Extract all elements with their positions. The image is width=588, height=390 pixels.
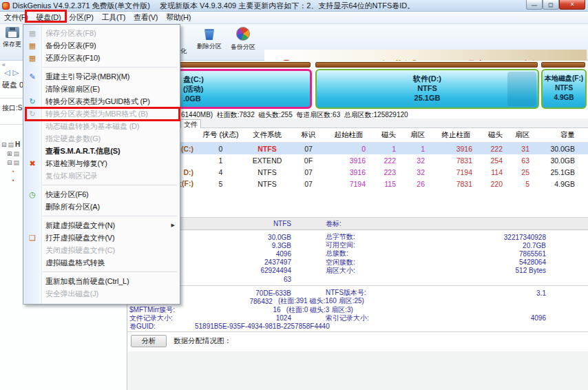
- partition-d-size: 25.1GB: [317, 93, 538, 103]
- partition-c-status: (活动): [183, 84, 204, 94]
- table-row-c[interactable]: (C:) 0 NTFS 07 0 1 1 3916 222 31 30.0GB: [127, 143, 588, 154]
- restore-button[interactable]: ▢: [543, 0, 559, 10]
- data-allocation-map-area: [128, 351, 588, 390]
- table-row-f[interactable]: 盘(F:) 5 NTFS 07 7194 115 26 7831 220 5 4…: [127, 178, 588, 189]
- layers-icon: ❏: [23, 234, 41, 243]
- menu-item-convert-to-guid[interactable]: ↻ 转换分区表类型为GUID格式 (P): [23, 95, 180, 107]
- menu-item-delete-all-partitions[interactable]: 删除所有分区(A): [23, 201, 180, 213]
- col-end-head: 磁头: [482, 130, 510, 140]
- menu-item-quick-partition[interactable]: ◷ 快速分区(F6): [23, 188, 180, 201]
- tree-item[interactable]: ▪: [12, 167, 21, 176]
- menu-view[interactable]: 查看(V): [129, 12, 162, 24]
- collapse-node-icon[interactable]: ⊟: [7, 159, 12, 166]
- analyze-row: 分析 数据分配情况图：: [131, 335, 231, 347]
- update-notice: 发现新版本 V4.9.3.409 主要更新内容如下：2、支持显示64位的NTFS…: [160, 1, 414, 11]
- col-start-cyl: 起始柱面: [322, 130, 375, 140]
- menu-bar: 文件(F) 硬盘(D) 分区(P) 工具(T) 查看(V) 帮助(H): [0, 12, 588, 24]
- divider: [127, 331, 588, 332]
- close-button[interactable]: ✕: [559, 0, 585, 10]
- partition-f-size: 4.9GB: [543, 93, 585, 103]
- disk-node-icon: ▤: [14, 159, 20, 166]
- partition-f-label: 本地磁盘(F:): [543, 74, 585, 83]
- menu-item-rebuild-mbr[interactable]: ✎ 重建主引导记录(MBR)(M): [23, 70, 180, 83]
- menu-partition[interactable]: 分区(P): [65, 12, 97, 24]
- partition-tree: ⊟ ▤ H ⊞ ▤ ⊟ ▤ ▪ ▪: [1, 140, 21, 185]
- detail-row: 文件记录大小:1024索引记录大小:4096: [127, 314, 588, 322]
- disk-icon: ▦: [23, 29, 41, 38]
- partition-cap-f: [541, 62, 585, 68]
- minimize-button[interactable]: —: [526, 0, 543, 10]
- col-start-sector: 扇区: [403, 130, 430, 140]
- app-icon: [2, 2, 10, 10]
- menu-separator: [23, 213, 180, 219]
- save-disk-icon: [6, 27, 19, 38]
- partition-node-icon: ▪: [12, 168, 14, 174]
- menu-item-safe-eject-disk: 安全弹出磁盘(J): [23, 287, 180, 300]
- tab-strip: 文件: [127, 119, 588, 128]
- disk-overview: 盘(C:) (活动) .0GB 软件(D:) NTFS 25.1GB 本地磁盘(…: [127, 61, 588, 110]
- tree-item[interactable]: ⊟ ▤: [7, 158, 21, 167]
- format-button-fragment[interactable]: 化: [180, 45, 187, 56]
- menu-item-new-virtual-disk-file[interactable]: 新建虚拟硬盘文件(N) ▶: [23, 219, 180, 232]
- menu-tools[interactable]: 工具(T): [98, 12, 130, 24]
- disk-interface-label: 接口:S: [2, 103, 22, 113]
- partition-table: 序号 (状态) 文件系统 标识 起始柱面 磁头 扇区 终止柱面 磁头 扇区 容量…: [127, 128, 588, 217]
- partition-d-fs: NTFS: [317, 83, 538, 93]
- tab-browse-files[interactable]: 文件: [180, 119, 201, 128]
- menu-item-bad-track-check-repair[interactable]: ✖ 坏道检测与修复(Y): [23, 157, 180, 170]
- collapse-node-icon[interactable]: ⊟: [1, 141, 7, 148]
- disk-nav-arrows[interactable]: ◁▷: [4, 68, 21, 77]
- repair-tools-icon: ✖: [23, 159, 41, 168]
- partition-c-label: 盘(C:): [183, 74, 204, 84]
- window-controls: — ▢ ✕: [526, 0, 585, 10]
- menu-item-reload-current-disk[interactable]: 重新加载当前硬盘(Ctrl_L): [23, 275, 180, 287]
- tree-item[interactable]: ⊞ ▤: [7, 149, 21, 158]
- delete-partition-button[interactable]: 删除分区: [197, 27, 222, 51]
- table-row-extend[interactable]: 1 EXTEND 0F 3916 222 32 7831 254 63 30.0…: [127, 154, 588, 166]
- tree-root-item[interactable]: ⊟ ▤ H: [1, 140, 21, 149]
- tree-item[interactable]: ▪: [12, 176, 21, 185]
- partition-bar-d[interactable]: 软件(D:) NTFS 25.1GB: [315, 69, 539, 109]
- menu-item-open-virtual-disk-file[interactable]: ❏ 打开虚拟硬盘文件(V): [23, 232, 180, 244]
- annotation-box-disk-menu: [25, 10, 67, 23]
- menu-item-virtual-disk-format-convert[interactable]: 虚拟磁盘格式转换: [23, 256, 180, 269]
- col-filesystem: 文件系统: [240, 130, 295, 140]
- expand-node-icon[interactable]: ⊞: [7, 150, 12, 157]
- col-end-cyl: 终止柱面: [430, 130, 482, 140]
- menu-separator: [23, 182, 180, 188]
- table-row-d[interactable]: D:) 4 NTFS 07 3916 223 32 7194 114 25 25…: [127, 166, 588, 178]
- menu-item-view-smart-info[interactable]: 查看S.M.A.R.T.信息(S): [23, 145, 180, 157]
- table-header-row: 序号 (状态) 文件系统 标识 起始柱面 磁头 扇区 终止柱面 磁头 扇区 容量: [127, 128, 588, 143]
- menu-item-restore-partition-table[interactable]: ▦ 还原分区表(F10): [23, 52, 180, 64]
- menu-item-backup-partition-table[interactable]: ▦ 备份分区表(F9): [23, 39, 180, 52]
- analyze-button[interactable]: 分析: [131, 335, 167, 347]
- tree-root-label: H: [15, 141, 20, 148]
- save-changes-button[interactable]: 保存更: [3, 27, 21, 49]
- prev-disk-icon: ◁: [4, 68, 12, 76]
- menu-separator: [23, 64, 180, 70]
- menu-separator: [23, 269, 180, 275]
- disk-dropdown-menu: ▦ 保存分区表(F8) ▦ 备份分区表(F9) ▦ 还原分区表(F10) ✎ 重…: [23, 24, 180, 305]
- collapse-sidebar-icon[interactable]: «: [2, 61, 6, 68]
- title-bar: DiskGenius V4.9.2.371 免费版(单文件版) 发现新版本 V4…: [0, 0, 588, 12]
- pie-chart-icon: [236, 27, 250, 41]
- col-capacity: 容量: [534, 130, 582, 140]
- clock-icon: ◷: [23, 190, 41, 199]
- submenu-arrow-icon: ▶: [171, 223, 175, 228]
- col-end-sector: 扇区: [510, 130, 534, 140]
- partition-bar-f[interactable]: 本地磁盘(F:) NTFS 4.9GB: [541, 69, 587, 109]
- menu-item-clear-reserved-sectors[interactable]: 清除保留扇区(E): [23, 83, 180, 95]
- detail-row-guid: 卷GUID:51891B5E-935F-4934-981B-2257858F44…: [127, 322, 588, 331]
- next-disk-icon: ▷: [12, 68, 21, 76]
- data-allocation-map-label: 数据分配情况图：: [174, 336, 231, 346]
- disk-icon: ▦: [23, 41, 41, 50]
- menu-item-reset-bad-sector-records: 复位坏扇区记录: [23, 170, 180, 182]
- disk-selector-label[interactable]: 硬盘 0: [2, 80, 23, 90]
- menu-help[interactable]: 帮助(H): [162, 12, 195, 24]
- detail-row: NTFS卷标:: [127, 217, 588, 230]
- menu-item-dynamic-to-basic: 动态磁盘转换为基本磁盘 (D): [23, 120, 180, 132]
- col-tag: 标识: [295, 130, 322, 140]
- annotation-box-convert-mbr: [25, 107, 180, 121]
- backup-partition-button[interactable]: 备份分区: [231, 27, 255, 52]
- menu-item-close-virtual-disk-file: 关闭虚拟硬盘文件(C): [23, 244, 180, 256]
